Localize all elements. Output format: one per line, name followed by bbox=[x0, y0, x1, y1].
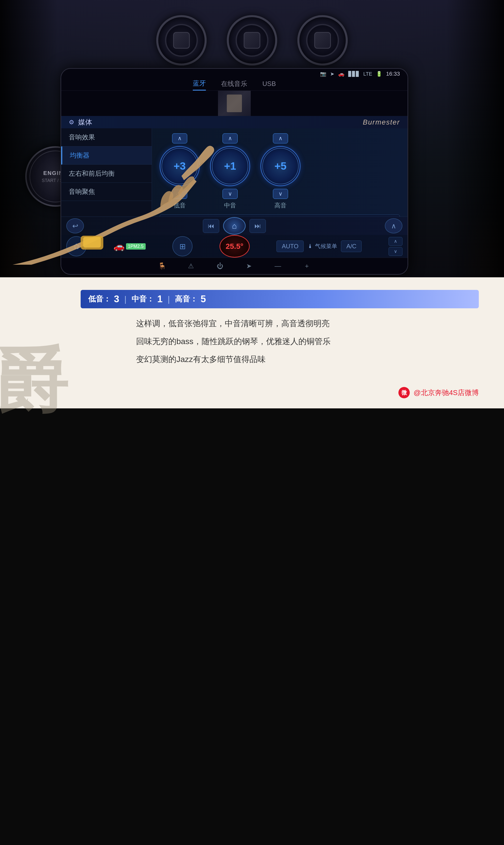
status-time: 16:33 bbox=[386, 71, 400, 77]
status-bar: 📷 ➤ 🚗 ▊▊▊ LTE 🔋 16:33 bbox=[61, 69, 408, 79]
mid-knob-group: ∧ +1 ∨ 中音 bbox=[210, 133, 250, 210]
camera-icon: 📷 bbox=[320, 71, 326, 77]
nav-arrow-icon[interactable]: ➤ bbox=[242, 259, 256, 273]
burmester-brand: Burmester bbox=[363, 118, 400, 126]
desc-line-3: 变幻莫测的Jazz有太多细节值得品味 bbox=[136, 352, 479, 367]
status-icons: 📷 ➤ 🚗 ▊▊▊ LTE 🔋 16:33 bbox=[320, 71, 400, 77]
bass-eq-number: 3 bbox=[114, 294, 119, 305]
auto-button[interactable]: AUTO bbox=[276, 240, 304, 252]
ac-button[interactable]: A/C bbox=[341, 240, 362, 252]
signal-icon: ▊▊▊ bbox=[348, 71, 360, 77]
temp-arrows: ∧ ∨ bbox=[389, 237, 402, 256]
battery-icon: 🔋 bbox=[376, 71, 382, 77]
next-track-button[interactable]: ⏭ bbox=[250, 219, 266, 233]
treble-up-button[interactable]: ∧ bbox=[273, 133, 288, 143]
tab-online-music[interactable]: 在线音乐 bbox=[221, 79, 247, 90]
mid-value: +1 bbox=[224, 160, 236, 172]
climate-labels-row: AUTO 🌡 气候菜单 A/C bbox=[276, 240, 362, 252]
tab-bluetooth[interactable]: 蓝牙 bbox=[193, 79, 206, 90]
air-vents bbox=[156, 15, 348, 66]
mid-knob[interactable]: +1 bbox=[210, 146, 250, 186]
up-arrow-button[interactable]: ∧ bbox=[385, 218, 402, 233]
nav-tabs: 蓝牙 在线音乐 USB bbox=[61, 79, 408, 91]
eq-values-bar: 低音： 3 | 中音： 1 | 高音： 5 bbox=[80, 290, 479, 308]
climate-menu-button[interactable]: 🌡 气候菜单 bbox=[307, 242, 337, 250]
power-icon[interactable]: ⏻ bbox=[213, 259, 227, 273]
vent-left bbox=[156, 15, 206, 66]
treble-down-button[interactable]: ∨ bbox=[273, 189, 288, 199]
minus-icon[interactable]: — bbox=[271, 259, 285, 273]
treble-label: 高音 bbox=[274, 201, 287, 210]
right-vignette bbox=[446, 0, 504, 277]
mid-up-button[interactable]: ∧ bbox=[222, 133, 238, 143]
temp-down-button[interactable]: ∨ bbox=[389, 247, 402, 256]
network-icon: LTE bbox=[363, 71, 372, 77]
temp-up-button[interactable]: ∧ bbox=[389, 237, 402, 246]
mid-eq-label: 中音： bbox=[131, 294, 154, 304]
treble-eq-display: 高音： 5 bbox=[175, 294, 206, 305]
chinese-decoration: 爵 bbox=[7, 285, 58, 461]
weibo-footer: 微 @北京奔驰4S店微博 bbox=[0, 382, 504, 408]
vent-right bbox=[298, 15, 348, 66]
treble-eq-label: 高音： bbox=[175, 294, 198, 304]
treble-knob[interactable]: +5 bbox=[260, 146, 301, 186]
car-status-icon: 🚗 bbox=[338, 71, 344, 77]
info-section: 爵 低音： 3 | 中音： 1 | 高音： 5 这样调，低音张弛得宜，中音清晰可… bbox=[0, 277, 504, 382]
bass-eq-label: 低音： bbox=[88, 294, 111, 304]
mid-down-button[interactable]: ∨ bbox=[222, 189, 238, 199]
nav-icon: ➤ bbox=[330, 71, 335, 77]
home-button[interactable]: ⌂ bbox=[223, 217, 246, 235]
climate-menu-label: 气候菜单 bbox=[315, 242, 337, 250]
tab-usb[interactable]: USB bbox=[262, 80, 276, 90]
bass-eq-display: 低音： 3 bbox=[88, 294, 119, 305]
thermometer-icon: 🌡 bbox=[307, 243, 313, 250]
separator-2: | bbox=[167, 294, 170, 304]
weibo-icon: 微 bbox=[398, 387, 410, 398]
mid-eq-number: 1 bbox=[157, 294, 163, 305]
treble-eq-number: 5 bbox=[201, 294, 206, 305]
media-thumbnail-area bbox=[61, 91, 408, 116]
car-photo-area: ENGINE START / Stop 📷 ➤ 🚗 ▊▊▊ LTE 🔋 16:3… bbox=[0, 0, 504, 277]
desc-line-1: 这样调，低音张弛得宜，中音清晰可辨，高音透彻明亮 bbox=[136, 316, 479, 331]
separator-1: | bbox=[124, 294, 126, 304]
vent-center bbox=[227, 15, 277, 66]
treble-value: +5 bbox=[274, 160, 287, 172]
weibo-handle: @北京奔驰4S店微博 bbox=[414, 388, 479, 398]
media-thumbnail bbox=[218, 91, 251, 116]
plus-icon[interactable]: + bbox=[300, 259, 314, 273]
svg-rect-1 bbox=[83, 237, 101, 248]
mid-label: 中音 bbox=[224, 201, 236, 210]
mid-eq-display: 中音： 1 bbox=[131, 294, 163, 305]
hand-overlay bbox=[13, 113, 214, 265]
temperature-display: 25.5° bbox=[219, 235, 250, 258]
description-text: 这样调，低音张弛得宜，中音清晰可辨，高音透彻明亮 回味无穷的bass，随性跳跃的… bbox=[136, 316, 479, 367]
desc-line-2: 回味无穷的bass，随性跳跃的钢琴，优雅迷人的铜管乐 bbox=[136, 334, 479, 349]
treble-knob-group: ∧ +5 ∨ 高音 bbox=[260, 133, 301, 210]
